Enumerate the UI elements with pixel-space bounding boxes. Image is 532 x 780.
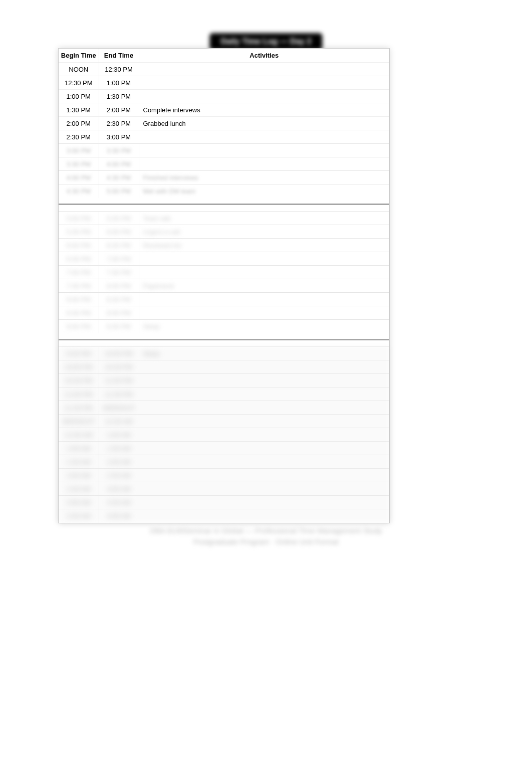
cell-end: 10:30 PM: [99, 360, 139, 374]
rows-tier-clear: NOON12:30 PM 12:30 PM1:00 PM 1:00 PM1:30…: [59, 63, 389, 144]
footer-line-1: DBA 8149Seminar in Global — Professional…: [126, 525, 406, 536]
cell-activity: [139, 306, 389, 320]
cell-activity: [139, 360, 389, 374]
page-title-text: Daily Time Log — Day 2: [220, 37, 311, 46]
table-row: 7:30 PM8:00 PMPaperwork: [59, 279, 389, 293]
cell-begin: NOON: [59, 63, 99, 76]
cell-begin: 3:00 AM: [59, 496, 99, 509]
rows-tier-mid: 5:00 PM5:30 PMTeam talk 5:30 PM6:00 PMUr…: [59, 212, 389, 333]
cell-end: 3:30 PM: [99, 144, 139, 157]
cell-begin: 6:00 PM: [59, 239, 99, 252]
cell-end: 1:00 PM: [99, 76, 139, 90]
cell-end: 1:30 PM: [99, 90, 139, 103]
cell-begin: 5:30 PM: [59, 225, 99, 239]
table-row: 3:30 PM4:00 PM: [59, 157, 389, 171]
cell-begin: 3:00 PM: [59, 144, 99, 157]
cell-begin: 12:30 PM: [59, 76, 99, 90]
cell-end: 5:30 PM: [99, 212, 139, 225]
table-row: 12:30 PM1:00 PM: [59, 76, 389, 90]
cell-begin: 11:30 PM: [59, 401, 99, 415]
table-row: 7:00 PM7:30 PM: [59, 266, 389, 279]
cell-end: 2:00 AM: [99, 455, 139, 469]
cell-begin: 2:30 AM: [59, 482, 99, 496]
cell-activity: [139, 293, 389, 306]
table-row: 3:00 AM3:30 AM: [59, 496, 389, 509]
cell-end: 1:00 AM: [99, 428, 139, 442]
cell-activity: Finished interviews: [139, 171, 389, 184]
cell-begin: 10:30 PM: [59, 374, 99, 387]
footer-line-2: Postgraduate Program · Online Unit Forma…: [126, 536, 406, 547]
cell-end: 9:30 PM: [99, 320, 139, 333]
cell-end: 11:30 PM: [99, 387, 139, 401]
table-row: NOON12:30 PM: [59, 63, 389, 76]
cell-begin: 5:00 PM: [59, 212, 99, 225]
cell-activity: [139, 455, 389, 469]
cell-activity: [139, 144, 389, 157]
table-row: 4:30 PM5:00 PMMet with DM team: [59, 184, 389, 198]
cell-end: 12:30 AM: [99, 415, 139, 428]
table-row: 3:30 AM4:00 AM: [59, 509, 389, 523]
cell-begin: 9:30 PM: [59, 347, 99, 360]
cell-end: 2:30 PM: [99, 117, 139, 130]
cell-activity: Reviewed list: [139, 239, 389, 252]
cell-begin: 1:00 PM: [59, 90, 99, 103]
cell-activity: Sleep: [139, 320, 389, 333]
table-row: 2:00 AM2:30 AM: [59, 469, 389, 482]
cell-activity: [139, 63, 389, 76]
cell-end: 4:30 PM: [99, 171, 139, 184]
table-row: 4:00 PM4:30 PMFinished interviews: [59, 171, 389, 184]
table-row: 10:00 PM10:30 PM: [59, 360, 389, 374]
cell-begin: 11:00 PM: [59, 387, 99, 401]
table-row: 8:30 PM9:00 PM: [59, 306, 389, 320]
cell-end: 2:30 AM: [99, 469, 139, 482]
schedule-table: Begin Time End Time Activities NOON12:30…: [59, 49, 389, 523]
cell-activity: [139, 130, 389, 144]
page-title-pill: Daily Time Log — Day 2: [209, 33, 322, 50]
table-row: 2:30 AM3:00 AM: [59, 482, 389, 496]
cell-activity: Sleep: [139, 347, 389, 360]
cell-activity: [139, 496, 389, 509]
cell-activity: Paperwork: [139, 279, 389, 293]
cell-end: 5:00 PM: [99, 184, 139, 198]
cell-end: 9:00 PM: [99, 306, 139, 320]
cell-end: 12:30 PM: [99, 63, 139, 76]
cell-activity: Met with DM team: [139, 184, 389, 198]
cell-activity: [139, 266, 389, 279]
cell-activity: [139, 387, 389, 401]
header-end-time: End Time: [99, 49, 139, 63]
header-activities: Activities: [139, 49, 389, 63]
cell-begin: 2:00 AM: [59, 469, 99, 482]
cell-activity: [139, 76, 389, 90]
cell-activity: [139, 374, 389, 387]
cell-end: 3:00 PM: [99, 130, 139, 144]
table-row: 2:30 PM3:00 PM: [59, 130, 389, 144]
cell-activity: [139, 90, 389, 103]
cell-end: 4:00 AM: [99, 509, 139, 523]
schedule-table-head: Begin Time End Time Activities: [59, 49, 389, 63]
cell-begin: 4:00 PM: [59, 171, 99, 184]
cell-end: 3:30 AM: [99, 496, 139, 509]
table-row: 1:30 AM2:00 AM: [59, 455, 389, 469]
page-root: { "title_pill": "Daily Time Log — Day 2"…: [0, 0, 532, 780]
cell-activity: [139, 157, 389, 171]
cell-end: 4:00 PM: [99, 157, 139, 171]
cell-begin: 10:00 PM: [59, 360, 99, 374]
cell-begin: 3:30 AM: [59, 509, 99, 523]
table-row: 6:00 PM6:30 PMReviewed list: [59, 239, 389, 252]
table-row: 11:30 PMMIDNIGHT: [59, 401, 389, 415]
table-row: 12:30 AM1:00 AM: [59, 428, 389, 442]
cell-activity: Complete intervews: [139, 103, 389, 117]
cell-begin: 6:30 PM: [59, 252, 99, 266]
cell-begin: 4:30 PM: [59, 184, 99, 198]
cell-end: 11:00 PM: [99, 374, 139, 387]
header-begin-time: Begin Time: [59, 49, 99, 63]
cell-begin: MIDNIGHT: [59, 415, 99, 428]
cell-begin: 1:00 AM: [59, 442, 99, 455]
cell-begin: 7:00 PM: [59, 266, 99, 279]
cell-activity: [139, 428, 389, 442]
cell-activity: Urgent e-call: [139, 225, 389, 239]
cell-activity: [139, 415, 389, 428]
cell-activity: Grabbed lunch: [139, 117, 389, 130]
cell-end: 10:00 PM: [99, 347, 139, 360]
table-row: 3:00 PM3:30 PM: [59, 144, 389, 157]
